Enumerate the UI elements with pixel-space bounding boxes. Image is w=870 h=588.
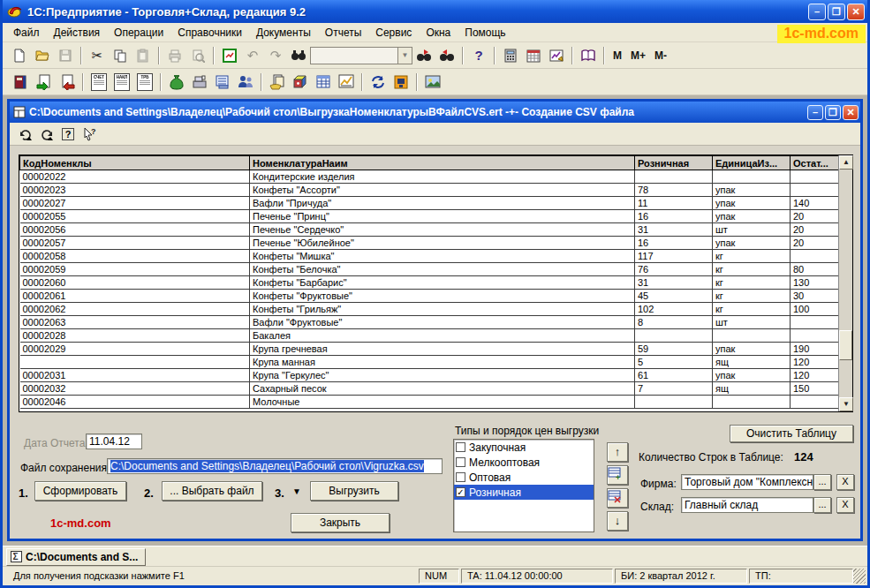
chart-icon[interactable] — [336, 72, 357, 93]
menu-item[interactable]: Действия — [47, 25, 108, 41]
checkbox-icon[interactable] — [456, 442, 465, 452]
resize-grip[interactable] — [853, 569, 866, 584]
table-cell[interactable]: 117 — [635, 250, 713, 263]
close-form-button[interactable]: Закрыть — [291, 513, 390, 532]
document-titlebar[interactable]: C:\Documents and Settings\Владелец\Рабоч… — [10, 102, 860, 123]
export-button[interactable]: Выгрузить — [310, 481, 398, 501]
find-next-icon[interactable] — [413, 45, 435, 66]
doc-close-button[interactable]: ✕ — [843, 105, 859, 120]
moneybag-icon[interactable] — [166, 72, 187, 93]
table-cell[interactable]: Печенье "Сердечко" — [250, 223, 635, 237]
doc-minimize-button[interactable]: – — [807, 105, 823, 120]
table-cell[interactable]: 00002022 — [20, 170, 250, 184]
table-cell[interactable]: Кондитерские изделия — [250, 170, 635, 184]
delete-row-button[interactable] — [607, 488, 628, 508]
table-cell[interactable] — [791, 329, 840, 343]
table-cell[interactable]: упак — [713, 184, 791, 197]
waybill-nakl-icon[interactable]: НАКЛ — [111, 72, 132, 93]
print-preview-icon[interactable] — [187, 45, 208, 66]
table-cell[interactable]: 31 — [635, 223, 713, 237]
table-cell[interactable]: 102 — [635, 303, 713, 316]
save-icon[interactable] — [55, 45, 76, 66]
table-cell[interactable]: 00002029 — [20, 343, 250, 356]
table-cell[interactable]: 120 — [791, 356, 840, 369]
table-cell[interactable]: 61 — [635, 369, 713, 382]
table-cell[interactable]: ящ — [713, 382, 791, 396]
menu-item[interactable]: Справочники — [170, 25, 249, 41]
table-cell[interactable]: Бакалея — [250, 329, 635, 343]
checkbox-checked-icon[interactable]: ✓ — [456, 487, 465, 497]
minimize-button[interactable]: – — [808, 4, 826, 20]
checkbox-icon[interactable] — [456, 472, 465, 482]
partners-icon[interactable] — [235, 72, 256, 93]
table-cell[interactable]: упак — [713, 369, 791, 382]
help-icon[interactable]: ? — [468, 45, 489, 66]
table-cell[interactable]: Сахарный песок — [250, 382, 635, 396]
reopen-asc-icon[interactable] — [16, 124, 35, 144]
firm-input[interactable]: Торговый дом "Комплексный" — [681, 474, 813, 490]
app-titlebar[interactable]: 1С:Предприятие - Торговля+Склад, редакци… — [3, 0, 867, 23]
firm-browse-button[interactable]: ... — [813, 474, 831, 490]
table-cell[interactable]: Вафли "Причуда" — [250, 197, 635, 210]
price-dice-icon[interactable] — [290, 72, 311, 93]
requirement-trb-icon[interactable]: ТРБ — [134, 72, 155, 93]
table-cell[interactable] — [635, 396, 713, 409]
table-cell[interactable]: Крупа гречневая — [250, 343, 635, 356]
table-cell[interactable]: 16 — [635, 210, 713, 223]
build-button[interactable]: Сформировать — [34, 481, 126, 501]
help-box-icon[interactable]: ? — [58, 124, 78, 144]
goods-return-icon[interactable] — [57, 72, 78, 93]
invoice-schet-icon[interactable]: СЧЕТ — [88, 72, 110, 93]
column-header[interactable]: Розничная — [635, 156, 713, 170]
calendar-icon[interactable] — [523, 45, 544, 66]
firm-clear-button[interactable]: X — [836, 474, 854, 490]
table-cell[interactable]: Молочные — [250, 396, 635, 409]
table-cell[interactable]: Конфеты "Ассорти" — [250, 184, 635, 197]
new-document-icon[interactable] — [9, 45, 30, 66]
hand-documents-icon[interactable] — [267, 72, 288, 93]
table-cell[interactable]: 00002058 — [20, 250, 250, 263]
menu-item[interactable]: Файл — [6, 25, 47, 41]
price-type-item[interactable]: Оптовая — [454, 470, 594, 485]
table-cell[interactable]: 00002031 — [20, 369, 250, 382]
table-cell[interactable]: 00002030 — [20, 356, 250, 369]
copy-icon[interactable] — [110, 45, 131, 66]
watermark-link[interactable]: 1c-md.com — [777, 25, 866, 43]
table-cell[interactable]: 120 — [791, 369, 840, 382]
data-exchange-icon[interactable] — [367, 72, 389, 93]
table-cell[interactable] — [713, 170, 791, 184]
table-cell[interactable]: Конфеты "Грильяж" — [250, 303, 635, 316]
close-button[interactable]: ✕ — [847, 4, 865, 20]
move-down-button[interactable]: ↓ — [607, 511, 628, 531]
table-cell[interactable]: 190 — [791, 343, 840, 356]
open-folder-icon[interactable] — [32, 45, 53, 66]
table-cell[interactable] — [791, 170, 840, 184]
price-type-item[interactable]: Мелкооптовая — [454, 455, 594, 470]
scroll-up-icon[interactable]: ▲ — [839, 155, 853, 170]
table-cell[interactable]: 00002059 — [20, 263, 250, 276]
paste-icon[interactable] — [132, 45, 154, 66]
goods-receipt-icon[interactable] — [34, 72, 55, 93]
window-tab[interactable]: Σ C:\Documents and S... — [6, 548, 146, 566]
table-cell[interactable]: 00002063 — [20, 316, 250, 329]
table-cell[interactable] — [791, 316, 840, 329]
status-ta[interactable]: ТА: 11.04.12 00:00:00 — [461, 569, 613, 584]
doc-restore-button[interactable]: ❐ — [825, 105, 841, 120]
column-header[interactable]: Остат... — [791, 156, 840, 170]
table-cell[interactable]: упак — [713, 197, 791, 210]
table-cell[interactable]: 150 — [791, 382, 840, 396]
table-cell[interactable]: Конфеты "Фруктовые" — [250, 290, 635, 303]
ledger-book-icon[interactable] — [11, 72, 32, 93]
table-cell[interactable]: 16 — [635, 237, 713, 250]
move-up-button[interactable]: ↑ — [607, 442, 628, 462]
table-cell[interactable]: 11 — [635, 197, 713, 210]
report-date-input[interactable]: 11.04.12 — [86, 433, 142, 449]
status-tp[interactable]: ТП: — [749, 569, 853, 584]
status-bi[interactable]: БИ: 2 квартал 2012 г. — [615, 569, 747, 584]
table-cell[interactable]: 20 — [791, 237, 840, 250]
table-cell[interactable]: шт — [713, 223, 791, 237]
scoreboard-icon[interactable] — [546, 45, 567, 66]
table-cell[interactable]: 00002032 — [20, 382, 250, 396]
table-cell[interactable]: упак — [713, 237, 791, 250]
table-cell[interactable]: кг — [713, 290, 791, 303]
